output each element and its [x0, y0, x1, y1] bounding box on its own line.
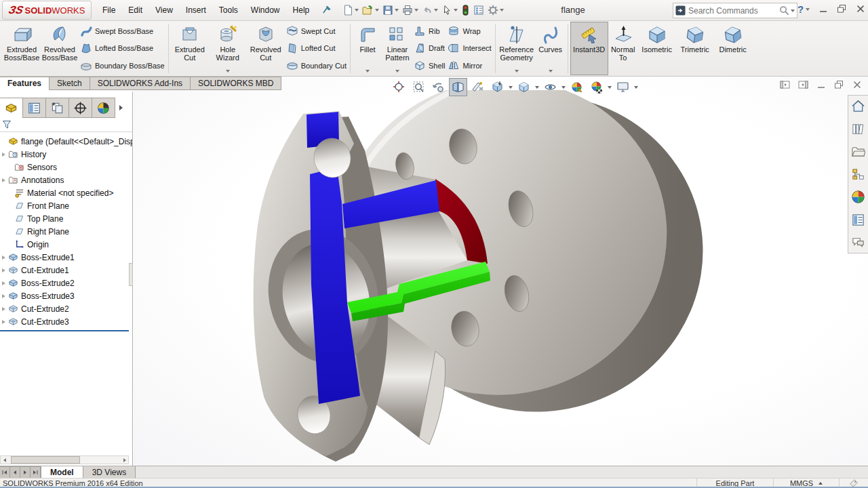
appearances-scenes-button[interactable] [851, 190, 865, 204]
tree-item-history[interactable]: History [0, 148, 132, 161]
lofted-boss-base-button[interactable]: Lofted Boss/Base [80, 41, 165, 56]
dynamic-annotation-views-button[interactable] [469, 78, 487, 96]
dropdown-caret[interactable] [414, 9, 418, 12]
draft-button[interactable]: Draft [414, 41, 445, 56]
expand-caret[interactable] [2, 294, 5, 298]
panel-tabs-expand-arrow[interactable] [115, 98, 127, 118]
collapse-right-pane-icon[interactable] [798, 80, 808, 89]
expand-caret[interactable] [2, 307, 5, 311]
reference-geometry-caret[interactable] [515, 70, 519, 73]
tree-item-boss-extrude3[interactable]: Boss-Extrude3 [0, 289, 132, 302]
next-tab-button[interactable] [20, 466, 31, 479]
restore-icon[interactable] [837, 4, 847, 14]
solidworks-forum-button[interactable] [851, 235, 865, 249]
display-style-caret[interactable] [535, 86, 539, 89]
previous-tab-button[interactable] [9, 466, 20, 479]
minimize-icon[interactable] [818, 4, 828, 14]
dropdown-caret[interactable] [434, 9, 438, 12]
expand-caret[interactable] [2, 256, 5, 260]
tree-item-boss-extrude2[interactable]: Boss-Extrude2 [0, 277, 132, 289]
swept-boss-base-button[interactable]: Swept Boss/Base [80, 23, 165, 39]
zoom-to-area-button[interactable] [410, 78, 428, 96]
menu-help[interactable]: Help [293, 5, 310, 15]
menu-tools[interactable]: Tools [219, 5, 238, 15]
pin-icon[interactable] [322, 5, 331, 14]
home-button[interactable] [851, 99, 865, 113]
view-settings-caret[interactable] [634, 86, 638, 89]
tree-item-material[interactable]: Material <not specified> [0, 186, 132, 199]
close-document-icon[interactable] [852, 80, 862, 89]
tab-dimxpertmanager[interactable] [68, 98, 92, 118]
rebuild-button[interactable] [460, 4, 471, 16]
tab-solidworks-add-ins[interactable]: SOLIDWORKS Add-Ins [90, 77, 191, 90]
search-commands-box[interactable] [673, 3, 797, 18]
menu-file[interactable]: File [102, 5, 115, 15]
expand-caret[interactable] [2, 320, 5, 324]
revolved-boss-base-button[interactable]: Revolved Boss/Base [41, 22, 79, 75]
tree-item-top-plane[interactable]: Top Plane [0, 212, 132, 225]
zoom-to-fit-button[interactable] [390, 78, 408, 96]
apply-scene-button[interactable] [587, 78, 606, 96]
hole-wizard-button[interactable]: Hole Wizard [209, 22, 247, 75]
fillet-caret[interactable] [366, 70, 370, 73]
linear-pattern-button[interactable]: Linear Pattern [382, 22, 412, 75]
hide-show-items-caret[interactable] [561, 86, 566, 89]
rollback-bar[interactable] [0, 330, 129, 331]
custom-properties-button[interactable] [851, 213, 865, 227]
open-button[interactable] [361, 4, 380, 16]
menu-view[interactable]: View [155, 5, 173, 15]
dropdown-caret[interactable] [454, 9, 458, 12]
tree-item-annotations[interactable]: A Annotations [0, 174, 132, 186]
apply-scene-caret[interactable] [608, 86, 612, 89]
help-dropdown-caret[interactable] [806, 8, 810, 11]
mirror-button[interactable]: Mirror [448, 58, 491, 74]
dropdown-caret[interactable] [500, 9, 504, 12]
minimize-document-icon[interactable] [816, 80, 826, 89]
tree-item-boss-extrude1[interactable]: Boss-Extrude1 [0, 251, 132, 264]
section-view-button[interactable] [449, 78, 467, 96]
options-list-button[interactable] [473, 4, 485, 16]
print-button[interactable] [401, 4, 419, 16]
settings-button[interactable] [487, 4, 505, 16]
dropdown-caret[interactable] [355, 9, 359, 12]
curves-button[interactable]: Curves [536, 22, 566, 75]
extruded-cut-button[interactable]: Extruded Cut [171, 22, 209, 75]
view-orientation-caret[interactable] [509, 86, 513, 89]
curves-caret[interactable] [549, 70, 553, 73]
dimetric-button[interactable]: Dimetric [714, 22, 752, 75]
search-dropdown-caret[interactable] [791, 9, 795, 12]
collapse-left-pane-icon[interactable] [780, 80, 790, 89]
tree-item-front-plane[interactable]: Front Plane [0, 199, 132, 212]
hide-show-items-button[interactable] [541, 78, 559, 96]
trimetric-button[interactable]: Trimetric [676, 22, 714, 75]
tree-item-sensors[interactable]: Sensors [0, 161, 132, 174]
scrollbar-thumb[interactable] [11, 456, 80, 464]
tree-item-right-plane[interactable]: Right Plane [0, 225, 132, 238]
view-settings-button[interactable] [614, 78, 632, 96]
lofted-cut-button[interactable]: Lofted Cut [286, 41, 347, 56]
tab-3d-views[interactable]: 3D Views [83, 466, 136, 479]
last-tab-button[interactable] [30, 466, 41, 479]
tab-configurationmanager[interactable] [45, 98, 69, 118]
expand-caret[interactable] [2, 281, 5, 285]
flange-model[interactable] [133, 90, 868, 468]
wrap-button[interactable]: Wrap [448, 23, 491, 39]
tab-features[interactable]: Features [0, 77, 50, 90]
search-scope-icon[interactable] [675, 5, 686, 16]
normal-to-button[interactable]: Normal To [608, 22, 638, 75]
shell-button[interactable]: Shell [414, 58, 445, 74]
tab-featuremanager-tree[interactable] [0, 98, 23, 118]
fillet-button[interactable]: Fillet [353, 22, 382, 75]
menu-insert[interactable]: Insert [186, 5, 206, 15]
panel-splitter-handle[interactable] [129, 263, 133, 286]
reference-geometry-button[interactable]: Reference Geometry [498, 22, 536, 75]
tab-solidworks-mbd[interactable]: SOLIDWORKS MBD [190, 77, 281, 90]
save-button[interactable] [382, 4, 399, 16]
help-button[interactable]: ? [797, 3, 810, 15]
tree-item-cut-extrude2[interactable]: Cut-Extrude2 [0, 302, 132, 315]
dropdown-caret[interactable] [375, 9, 379, 12]
display-style-button[interactable] [515, 78, 533, 96]
tab-displaymanager[interactable] [92, 98, 115, 118]
tab-sketch[interactable]: Sketch [49, 77, 90, 90]
edit-appearance-button[interactable] [568, 78, 586, 96]
